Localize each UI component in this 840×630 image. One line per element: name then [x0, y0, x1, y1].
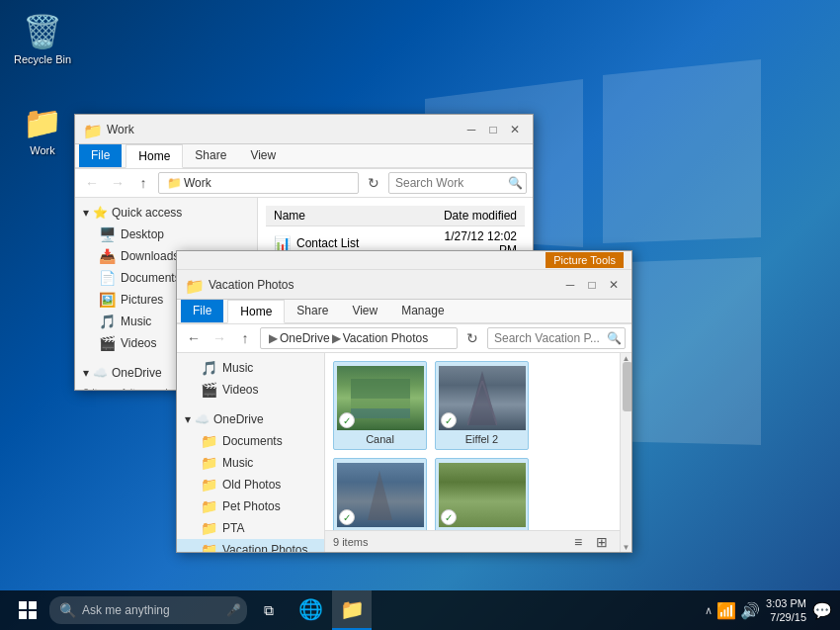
work-minimize-button[interactable]: ─ [462, 120, 481, 139]
svg-rect-11 [19, 611, 27, 619]
col-name-header: Name [274, 209, 413, 223]
vacation-search-input[interactable] [487, 327, 626, 349]
explorer-taskbar-app[interactable]: 📁 [332, 590, 372, 630]
scroll-down-btn[interactable]: ▼ [622, 543, 630, 551]
photo-canal[interactable]: ✓ Canal [333, 361, 427, 450]
recycle-bin-icon[interactable]: 🗑️ Recycle Bin [8, 8, 77, 69]
od-music-icon: 📁 [201, 455, 216, 471]
onedrive-v-header[interactable]: ▾ ☁️ OneDrive [177, 408, 324, 430]
photo-lozere[interactable]: ✓ Lozere [435, 458, 529, 530]
eiffel-tower-check: ✓ [339, 509, 355, 525]
work-close-button[interactable]: ✕ [505, 120, 525, 139]
work-folder-icon[interactable]: 📁 Work [8, 99, 77, 160]
date-display: 7/29/15 [766, 610, 806, 624]
od-music-label: Music [222, 456, 253, 470]
svg-rect-2 [351, 408, 410, 418]
videos-icon: 🎬 [99, 335, 115, 351]
work-list-header: Name Date modified [266, 206, 525, 226]
music-sidebar-label: Music [222, 361, 253, 375]
tray-icons: ∧ 📶 🔊 [705, 601, 760, 620]
onedrive-v-label: OneDrive [213, 412, 264, 426]
vacation-view-toggles: ≡ ⊞ [568, 532, 612, 552]
taskbar-time[interactable]: 3:03 PM 7/29/15 [766, 596, 806, 625]
work-address-path[interactable]: 📁 Work [158, 172, 359, 194]
work-tab-file[interactable]: File [79, 144, 122, 167]
work-forward-button[interactable]: → [107, 172, 128, 194]
sidebar-item-od-pta[interactable]: 📁 PTA [177, 517, 324, 539]
vacation-tab-view[interactable]: View [340, 300, 389, 322]
vacation-content-area: 🎵 Music 🎬 Videos ▾ ☁️ OneDrive [177, 353, 631, 552]
work-tab-share[interactable]: Share [183, 144, 238, 167]
vacation-tab-manage[interactable]: Manage [389, 300, 456, 322]
svg-marker-6 [368, 471, 392, 520]
downloads-icon: 📥 [99, 248, 115, 264]
vacation-window-icon: 📁 [185, 277, 201, 293]
tray-volume-icon: 🔊 [740, 601, 760, 620]
vacation-back-button[interactable]: ← [183, 327, 205, 349]
vacation-maximize-button[interactable]: □ [582, 275, 602, 295]
od-petphotos-label: Pet Photos [222, 499, 281, 513]
eiffel2-label: Eiffel 2 [465, 433, 498, 445]
work-up-button[interactable]: ↑ [132, 172, 154, 194]
od-vacation-icon: 📁 [201, 542, 216, 552]
grid-view-toggle[interactable]: ⊞ [592, 532, 612, 552]
vacation-tab-share[interactable]: Share [285, 300, 340, 322]
work-tab-home[interactable]: Home [126, 144, 183, 168]
vacation-minimize-button[interactable]: ─ [560, 275, 580, 295]
vacation-path-photos: Vacation Photos [343, 331, 429, 345]
work-search-icon: 🔍 [508, 176, 523, 190]
sidebar-item-od-music[interactable]: 📁 Music [177, 452, 324, 474]
vacation-tab-home[interactable]: Home [227, 300, 285, 323]
photo-eiffel2[interactable]: ✓ Eiffel 2 [435, 361, 529, 450]
recycle-bin-label: Recycle Bin [14, 53, 71, 65]
task-view-button[interactable]: ⧉ [249, 590, 289, 630]
picture-tools-bar: Picture Tools [177, 251, 631, 270]
canal-check: ✓ [339, 412, 355, 428]
work-title-bar: 📁 Work ─ □ ✕ [75, 115, 533, 144]
vacation-title-bar: 📁 Vacation Photos ─ □ ✕ [177, 270, 631, 300]
sidebar-item-music-v[interactable]: 🎵 Music [177, 357, 324, 379]
vacation-ribbon: File Home Share View Manage [177, 300, 631, 324]
vacation-sidebar-onedrive: ▾ ☁️ OneDrive 📁 Documents 📁 Music 📁 [177, 405, 324, 552]
scroll-up-btn[interactable]: ▲ [622, 354, 630, 362]
sidebar-item-od-vacation[interactable]: 📁 Vacation Photos [177, 539, 324, 552]
vacation-file-area: ✓ Canal ✓ Eiffel 2 [325, 353, 620, 530]
work-maximize-button[interactable]: □ [483, 120, 503, 139]
od-documents-icon: 📁 [201, 433, 216, 449]
vacation-close-button[interactable]: ✕ [604, 275, 624, 295]
work-refresh-button[interactable]: ↻ [363, 172, 384, 194]
work-back-button[interactable]: ← [81, 172, 103, 194]
edge-taskbar-app[interactable]: 🌐 [291, 590, 330, 630]
taskbar-search-bar[interactable]: 🔍 🎤 [49, 596, 247, 624]
sidebar-item-od-oldphotos[interactable]: 📁 Old Photos [177, 474, 324, 495]
sidebar-item-od-documents[interactable]: 📁 Documents [177, 430, 324, 452]
tray-chevron[interactable]: ∧ [705, 604, 713, 617]
work-tab-view[interactable]: View [238, 144, 288, 167]
photo-eiffel-tower[interactable]: ✓ Eiffel Tower [333, 458, 427, 530]
quick-access-header[interactable]: ▾ ⭐ Quick access [75, 202, 257, 224]
sidebar-item-od-petphotos[interactable]: 📁 Pet Photos [177, 495, 324, 517]
start-button[interactable] [8, 590, 47, 630]
scroll-thumb[interactable] [623, 362, 631, 411]
vacation-sidebar-music: 🎵 Music 🎬 Videos [177, 353, 324, 405]
list-view-toggle[interactable]: ≡ [568, 532, 588, 552]
vacation-address-path[interactable]: ▶ OneDrive ▶ Vacation Photos [260, 327, 458, 349]
notification-icon[interactable]: 💬 [812, 601, 832, 620]
col-date-header: Date modified [413, 209, 517, 223]
vacation-refresh-button[interactable]: ↻ [462, 327, 483, 349]
taskbar-search-input[interactable] [82, 603, 220, 617]
sidebar-item-desktop[interactable]: 🖥️ Desktop [75, 224, 257, 245]
lozere-thumb: ✓ [439, 463, 526, 527]
work-search-input[interactable] [388, 172, 527, 194]
vacation-tab-file[interactable]: File [181, 300, 223, 322]
eiffel2-thumb: ✓ [439, 366, 526, 430]
vacation-up-button[interactable]: ↑ [234, 327, 256, 349]
time-display: 3:03 PM [766, 596, 806, 610]
vacation-window: Picture Tools 📁 Vacation Photos ─ □ ✕ Fi… [176, 250, 632, 553]
vacation-forward-button[interactable]: → [209, 327, 230, 349]
work-search-wrapper: 🔍 [388, 172, 527, 194]
vacation-scrollbar[interactable]: ▲ ▼ [620, 353, 631, 552]
sidebar-item-videos-v[interactable]: 🎬 Videos [177, 379, 324, 401]
sidebar-pictures-label: Pictures [121, 293, 163, 307]
vacation-path-onedrive: OneDrive [280, 331, 330, 345]
